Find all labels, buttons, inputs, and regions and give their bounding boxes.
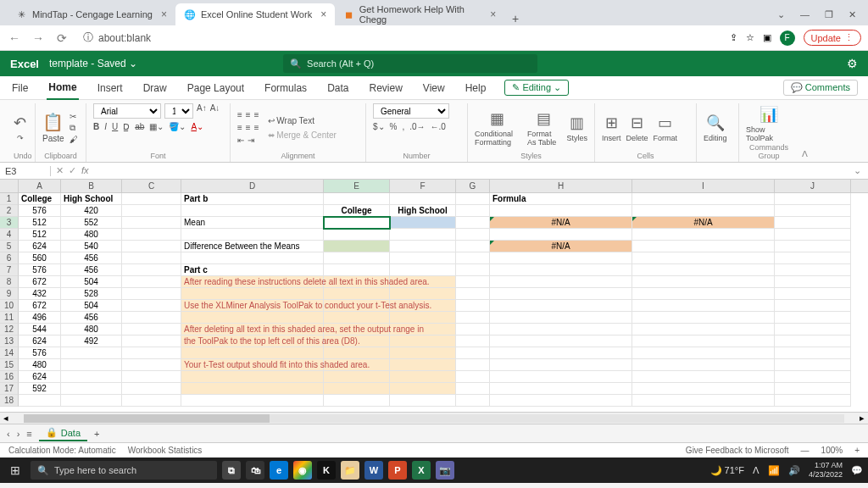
cell[interactable] bbox=[181, 347, 324, 359]
cell[interactable]: #N/A bbox=[490, 217, 632, 229]
cell[interactable] bbox=[775, 288, 851, 300]
cell[interactable] bbox=[122, 300, 181, 312]
decrease-font-icon[interactable]: A↓ bbox=[210, 103, 220, 119]
conditional-formatting-button[interactable]: ▦Conditional Formatting bbox=[475, 109, 520, 147]
cell[interactable]: 492 bbox=[61, 336, 122, 347]
close-icon[interactable]: × bbox=[490, 8, 496, 20]
document-name[interactable]: template - Saved ⌄ bbox=[49, 58, 137, 69]
format-as-table-button[interactable]: ▤Format As Table bbox=[527, 109, 560, 147]
cell[interactable]: the ToolPak to the top left cell of this… bbox=[181, 336, 324, 347]
cell[interactable] bbox=[490, 264, 632, 276]
cell[interactable] bbox=[390, 217, 456, 229]
workbook-stats[interactable]: Workbook Statistics bbox=[128, 446, 203, 455]
cell[interactable] bbox=[456, 312, 490, 324]
cell[interactable] bbox=[456, 193, 490, 205]
row-header[interactable]: 5 bbox=[0, 241, 19, 252]
close-icon[interactable]: × bbox=[320, 8, 326, 20]
cell[interactable] bbox=[632, 324, 775, 336]
comma-icon[interactable]: , bbox=[402, 122, 404, 131]
cell[interactable]: 480 bbox=[61, 324, 122, 336]
cell[interactable] bbox=[456, 252, 490, 264]
cell[interactable] bbox=[632, 288, 775, 300]
cell[interactable] bbox=[490, 324, 632, 336]
cell[interactable] bbox=[490, 395, 632, 407]
maximize-icon[interactable]: ❐ bbox=[825, 9, 833, 20]
cell[interactable] bbox=[775, 205, 851, 217]
zoom-in-icon[interactable]: + bbox=[854, 446, 860, 455]
cell[interactable]: 480 bbox=[19, 359, 61, 371]
cell[interactable] bbox=[324, 383, 390, 395]
cell[interactable] bbox=[324, 193, 390, 205]
confirm-icon[interactable]: ✓ bbox=[69, 165, 76, 176]
word-icon[interactable]: W bbox=[364, 461, 383, 480]
cell[interactable] bbox=[122, 264, 181, 276]
tab-home[interactable]: Home bbox=[47, 76, 78, 100]
teams-icon[interactable]: 📷 bbox=[436, 461, 454, 480]
cell[interactable] bbox=[632, 359, 775, 371]
undo-button[interactable]: ↶↷ bbox=[14, 114, 26, 142]
delete-cells-button[interactable]: ⊟Delete bbox=[626, 114, 648, 142]
col-header[interactable]: I bbox=[632, 180, 775, 192]
cell[interactable]: 592 bbox=[19, 383, 61, 395]
show-toolpak-button[interactable]: 📊Show ToolPak bbox=[746, 105, 792, 142]
row-header[interactable]: 9 bbox=[0, 288, 19, 300]
row-header[interactable]: 7 bbox=[0, 264, 19, 276]
prev-sheet-icon[interactable]: ‹ bbox=[7, 429, 10, 439]
col-header[interactable]: E bbox=[324, 180, 390, 192]
cell[interactable]: Part b bbox=[181, 193, 324, 205]
cell[interactable]: 576 bbox=[19, 205, 61, 217]
cell[interactable] bbox=[122, 276, 181, 288]
forward-button[interactable]: → bbox=[31, 31, 46, 45]
underline-button[interactable]: U bbox=[112, 122, 118, 131]
files-icon[interactable]: 📁 bbox=[341, 461, 359, 480]
cell[interactable] bbox=[490, 205, 632, 217]
cell[interactable] bbox=[122, 229, 181, 241]
cell[interactable] bbox=[456, 229, 490, 241]
italic-button[interactable]: I bbox=[104, 122, 107, 131]
cancel-icon[interactable]: ✕ bbox=[56, 165, 64, 176]
cell[interactable] bbox=[775, 324, 851, 336]
cell[interactable] bbox=[775, 359, 851, 371]
cell[interactable] bbox=[490, 300, 632, 312]
cell[interactable] bbox=[181, 312, 324, 324]
cell[interactable] bbox=[456, 359, 490, 371]
cell[interactable] bbox=[456, 300, 490, 312]
align-left-icon[interactable]: ≡ bbox=[237, 123, 242, 132]
browser-tab[interactable]: ✳ MindTap - Cengage Learning × bbox=[7, 3, 175, 25]
editing-mode[interactable]: ✎ Editing ⌄ bbox=[504, 80, 569, 96]
cell[interactable] bbox=[775, 347, 851, 359]
cell[interactable] bbox=[775, 371, 851, 383]
calc-mode[interactable]: Calculation Mode: Automatic bbox=[8, 446, 116, 455]
cell[interactable] bbox=[490, 359, 632, 371]
cell[interactable] bbox=[456, 288, 490, 300]
cell[interactable]: 504 bbox=[61, 276, 122, 288]
update-button[interactable]: Update⋮ bbox=[804, 30, 861, 46]
font-name-select[interactable]: Arial bbox=[93, 103, 161, 119]
cell[interactable] bbox=[490, 229, 632, 241]
col-header[interactable]: G bbox=[456, 180, 490, 192]
row-header[interactable]: 15 bbox=[0, 359, 19, 371]
cell[interactable] bbox=[324, 252, 390, 264]
cell[interactable] bbox=[490, 312, 632, 324]
row-header[interactable]: 17 bbox=[0, 383, 19, 395]
search-input[interactable]: 🔍 Search (Alt + Q) bbox=[283, 54, 537, 73]
cell[interactable] bbox=[632, 241, 775, 252]
cell[interactable] bbox=[456, 395, 490, 407]
row-header[interactable]: 10 bbox=[0, 300, 19, 312]
cell[interactable] bbox=[490, 288, 632, 300]
close-icon[interactable]: × bbox=[161, 8, 167, 20]
cell[interactable] bbox=[122, 288, 181, 300]
gear-icon[interactable]: ⚙ bbox=[847, 57, 858, 70]
tab-page-layout[interactable]: Page Layout bbox=[186, 77, 246, 99]
name-box[interactable]: E3 bbox=[0, 166, 51, 176]
cell[interactable] bbox=[775, 217, 851, 229]
expand-formula-icon[interactable]: ⌄ bbox=[847, 165, 868, 176]
back-button[interactable]: ← bbox=[7, 31, 22, 45]
tab-view[interactable]: View bbox=[421, 77, 447, 99]
cell[interactable] bbox=[324, 347, 390, 359]
col-header[interactable]: B bbox=[61, 180, 122, 192]
cell[interactable]: 456 bbox=[61, 312, 122, 324]
cell[interactable] bbox=[490, 371, 632, 383]
cell[interactable] bbox=[775, 300, 851, 312]
powerpoint-icon[interactable]: P bbox=[388, 461, 407, 480]
